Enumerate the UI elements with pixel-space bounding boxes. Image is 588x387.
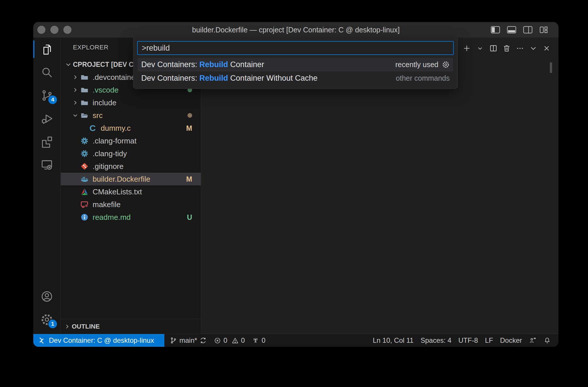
tree-item-src[interactable]: src	[61, 109, 201, 122]
tree-item-makefile[interactable]: makefile	[61, 198, 201, 211]
warning-count: 0	[241, 336, 245, 344]
command-palette-input[interactable]: >rebuild	[137, 41, 454, 55]
tree-item-gitignore[interactable]: .gitignore	[61, 160, 201, 173]
tree-item-cmakelists[interactable]: CMakeLists.txt	[61, 185, 201, 198]
split-panel-icon[interactable]	[489, 43, 498, 53]
outline-label: OUTLINE	[72, 323, 100, 330]
file-label: readme.md	[93, 213, 131, 222]
scrollbar-thumb[interactable]	[550, 62, 552, 73]
language-mode-item[interactable]: Docker	[497, 336, 525, 344]
file-label: .gitignore	[93, 162, 124, 171]
tree-item-readme[interactable]: readme.md U	[61, 211, 201, 224]
run-debug-tab[interactable]	[33, 107, 60, 130]
git-file-icon	[80, 162, 89, 171]
remote-icon	[38, 337, 45, 344]
file-label: .clang-tidy	[93, 149, 127, 158]
git-branch-icon	[170, 337, 177, 344]
remote-label: Dev Container: C @ desktop-linux	[49, 336, 154, 344]
source-control-tab[interactable]: 4	[33, 84, 60, 107]
vscode-window: builder.Dockerfile — cproject [Dev Conta…	[33, 22, 558, 347]
file-label: src	[93, 111, 103, 120]
radio-tower-icon	[252, 337, 259, 344]
error-icon	[214, 337, 221, 344]
command-item-rebuild-container-without-cache[interactable]: Dev Containers: Rebuild Container Withou…	[138, 71, 453, 85]
chevron-right-icon	[71, 74, 80, 80]
minimize-window-button[interactable]	[50, 26, 58, 34]
file-label: makefile	[93, 200, 121, 209]
encoding-label: UTF-8	[458, 336, 478, 344]
close-window-button[interactable]	[37, 26, 45, 34]
bell-icon	[543, 337, 551, 344]
chevron-right-icon	[71, 87, 80, 93]
gear-file-icon	[80, 136, 89, 145]
ports-count: 0	[262, 336, 265, 344]
remote-explorer-tab[interactable]	[33, 153, 60, 176]
tree-item-clang-tidy[interactable]: .clang-tidy	[61, 147, 201, 160]
chevron-down-icon	[71, 112, 80, 119]
branch-status-item[interactable]: main*	[166, 336, 210, 344]
folder-icon	[80, 98, 89, 107]
explorer-tab[interactable]	[33, 38, 60, 61]
problems-status-item[interactable]: 0 0	[210, 336, 248, 344]
command-meta-label: recently used	[395, 60, 438, 69]
toggle-panel-icon[interactable]	[507, 26, 516, 34]
extensions-icon	[40, 135, 54, 148]
toggle-primary-sidebar-icon[interactable]	[491, 26, 500, 34]
git-modified-dot	[188, 113, 192, 118]
command-item-rebuild-container[interactable]: Dev Containers: Rebuild Container recent…	[138, 58, 453, 71]
tree-item-dummy-c[interactable]: C dummy.c M	[61, 122, 201, 134]
status-bar: Dev Container: C @ desktop-linux main*	[33, 334, 558, 347]
settings-button[interactable]: 1	[33, 308, 60, 331]
git-modified-badge: M	[186, 124, 192, 132]
command-label: Dev Containers: Rebuild Container	[141, 60, 264, 69]
account-icon	[40, 290, 54, 303]
command-meta-label: other commands	[396, 74, 450, 82]
file-label: .devcontainer	[93, 73, 138, 82]
eol-item[interactable]: LF	[482, 336, 497, 344]
toggle-secondary-sidebar-icon[interactable]	[523, 26, 532, 34]
root-folder-label: CPROJECT [DEV C	[73, 61, 134, 69]
search-tab[interactable]	[33, 61, 60, 84]
configure-keybinding-gear-icon[interactable]	[442, 61, 450, 69]
tree-item-include[interactable]: include	[61, 96, 201, 109]
cursor-position-item[interactable]: Ln 10, Col 11	[369, 336, 417, 344]
notifications-item[interactable]	[540, 337, 554, 344]
chevron-right-icon	[71, 99, 80, 106]
encoding-item[interactable]: UTF-8	[455, 336, 482, 344]
git-modified-badge: M	[186, 175, 192, 183]
search-icon	[40, 66, 54, 79]
command-label: Dev Containers: Rebuild Container Withou…	[141, 74, 317, 83]
more-actions-icon[interactable]	[516, 43, 524, 53]
new-terminal-icon[interactable]	[462, 43, 471, 53]
run-debug-icon	[40, 112, 54, 125]
folder-open-icon	[80, 111, 89, 120]
c-file-icon: C	[88, 124, 97, 133]
files-icon	[40, 43, 54, 56]
window-controls	[33, 26, 71, 34]
remote-indicator[interactable]: Dev Container: C @ desktop-linux	[33, 334, 164, 347]
hide-panel-icon[interactable]	[529, 43, 538, 53]
outline-section-header[interactable]: OUTLINE	[61, 319, 201, 334]
extensions-tab[interactable]	[33, 130, 60, 153]
indentation-label: Spaces: 4	[420, 336, 451, 344]
feedback-item[interactable]	[525, 337, 540, 344]
command-query-text: >rebuild	[142, 44, 170, 53]
indentation-item[interactable]: Spaces: 4	[417, 336, 455, 344]
folder-icon	[80, 73, 89, 82]
tree-item-builder-dockerfile[interactable]: builder.Dockerfile M	[61, 173, 201, 185]
terminal-dropdown-icon[interactable]	[476, 43, 484, 53]
accounts-button[interactable]	[33, 285, 60, 308]
customize-layout-icon[interactable]	[539, 26, 548, 34]
file-label: builder.Dockerfile	[93, 175, 150, 184]
desktop-background: builder.Dockerfile — cproject [Dev Conta…	[0, 0, 588, 387]
window-title: builder.Dockerfile — cproject [Dev Conta…	[33, 26, 558, 34]
tree-item-clang-format[interactable]: .clang-format	[61, 134, 201, 147]
close-panel-icon[interactable]	[542, 43, 551, 53]
ports-status-item[interactable]: 0	[248, 336, 269, 344]
info-file-icon	[80, 213, 89, 222]
sync-icon	[199, 337, 207, 344]
language-label: Docker	[500, 336, 522, 344]
zoom-window-button[interactable]	[63, 26, 71, 34]
docker-file-icon	[80, 174, 89, 184]
trash-icon[interactable]	[502, 43, 511, 53]
